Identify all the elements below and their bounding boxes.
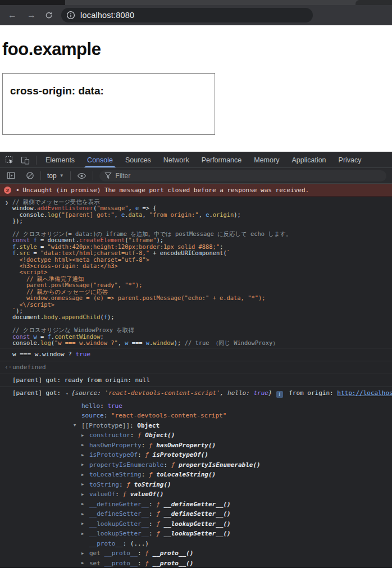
tab-memory[interactable]: Memory (248, 152, 285, 168)
disclosure-triangle[interactable]: ▶ (81, 502, 89, 506)
token: hasOwnProperty (89, 442, 142, 449)
token: ƒ (156, 530, 163, 537)
token: origin (213, 211, 234, 218)
disclosure-triangle[interactable]: ▶ (81, 462, 89, 467)
token: : (123, 540, 130, 547)
token: ); (174, 339, 185, 346)
disclosure-triangle[interactable]: ▶ (81, 433, 89, 438)
token: ƒ (156, 520, 163, 528)
code-line: }); (12, 218, 390, 224)
tab-network[interactable]: Network (157, 152, 195, 168)
token: hello (227, 389, 246, 397)
token: propertyIsEnumerable() (179, 461, 261, 469)
reload-icon (44, 11, 53, 20)
token: ƒ (126, 481, 134, 488)
tree-row: ▶toLocaleString: ƒ toLocaleString() (0, 470, 392, 480)
sidebar-panel-icon (7, 171, 15, 180)
code-line: <\/script> (12, 302, 390, 308)
token: : (100, 402, 107, 410)
url-text[interactable]: localhost:8080 (80, 11, 134, 20)
token: contentWindow (54, 333, 100, 340)
tab-elements[interactable]: Elements (39, 152, 81, 168)
token: = (30, 249, 40, 256)
disclosure-triangle[interactable]: ▶ (81, 453, 89, 457)
forward-button[interactable]: → (22, 11, 41, 20)
filter-input[interactable]: Filter (99, 170, 386, 181)
token: toString() (134, 481, 171, 488)
token: ); (16, 307, 23, 314)
token: true (107, 402, 122, 410)
disclosure-triangle[interactable]: ▶ (81, 521, 89, 526)
token: __proto__() (153, 560, 194, 567)
token: window. (12, 205, 37, 211)
token: true (76, 351, 91, 358)
token: ; (220, 243, 223, 250)
disclosure-triangle[interactable]: ▶ (81, 482, 89, 487)
code-line: document.body.appendChild(f); (12, 314, 390, 320)
tab-sources[interactable]: Sources (119, 152, 157, 168)
tab-performance[interactable]: Performance (195, 152, 248, 168)
token: ƒ (149, 442, 156, 449)
token: ƒ (123, 491, 130, 498)
console-error-row[interactable]: 2 ▶ Uncaught (in promise) The message po… (0, 184, 392, 197)
console-return-row: ‹· undefined (0, 361, 392, 374)
collapse-triangle[interactable]: ▾ (61, 391, 71, 396)
clear-console-button[interactable] (22, 171, 38, 180)
console-log-row: [parent] got: ready from origin: null (0, 374, 392, 387)
tab-application[interactable]: Application (285, 152, 332, 168)
tab-console[interactable]: Console (81, 152, 119, 168)
token: const (12, 333, 30, 340)
token: <\/script> (12, 301, 54, 308)
context-selector[interactable]: top ▼ (44, 172, 67, 180)
device-toolbar-button[interactable] (17, 156, 33, 165)
tab-privacy[interactable]: Privacy (332, 152, 368, 168)
disclosure-triangle[interactable]: ▶ (81, 512, 89, 516)
token: : (104, 412, 111, 419)
divider (93, 171, 93, 180)
devtools-tab-bar: ElementsConsoleSourcesNetworkPerformance… (0, 152, 392, 168)
reload-button[interactable] (44, 11, 53, 20)
token: set (89, 560, 104, 567)
back-button[interactable]: ← (3, 11, 22, 20)
token: ; (100, 333, 103, 340)
token: isPrototypeOf() (153, 451, 208, 458)
divider (40, 171, 41, 180)
site-info-icon[interactable] (66, 11, 75, 20)
disclosure-triangle[interactable]: ▶ (81, 473, 89, 477)
disclosure-triangle[interactable]: ▶ (81, 532, 89, 536)
origin-link[interactable]: http://localhost:8080 (337, 389, 392, 397)
token: __lookupGetter__ (89, 520, 149, 528)
token: ƒ (156, 501, 163, 508)
tree-row: hello: true (0, 401, 392, 411)
token: appendChild (62, 314, 101, 320)
disclosure-triangle[interactable]: ▼ (74, 423, 81, 428)
token: ƒ (149, 471, 156, 478)
tree-row: ▶constructor: ƒ Object() (0, 430, 392, 441)
disclosure-triangle[interactable]: ▶ (81, 551, 89, 556)
return-value: undefined (12, 364, 46, 371)
address-bar[interactable]: localhost:8080 (61, 8, 313, 22)
browser-tab[interactable] (0, 0, 65, 5)
live-expression-button[interactable] (74, 172, 90, 180)
tree-row: ▶get __proto__: ƒ __proto__() (0, 548, 392, 559)
token: : (149, 510, 156, 517)
token: ƒ (145, 550, 152, 557)
expand-triangle-icon[interactable]: ▶ (17, 188, 19, 192)
token: log (48, 211, 58, 218)
token: parent.postMessage("ready", "*"); (12, 282, 142, 288)
inspect-element-button[interactable] (2, 156, 17, 165)
token: hasOwnProperty() (156, 442, 216, 449)
disclosure-triangle[interactable]: ▶ (81, 443, 89, 447)
disclosure-triangle[interactable]: ▶ (81, 561, 89, 565)
console-sidebar-button[interactable] (3, 171, 19, 180)
tree-row: ▶isPrototypeOf: ƒ isPrototypeOf() (0, 450, 392, 460)
browser-tab-edge (355, 0, 392, 5)
info-badge[interactable]: i (276, 391, 283, 398)
disclosure-triangle[interactable]: ▶ (81, 492, 89, 497)
divider (70, 171, 71, 180)
token: "width:420px;height:120px;border:1px sol… (48, 243, 220, 250)
token: : (115, 491, 122, 498)
token: propertyIsEnumerable (89, 461, 163, 469)
code-line: console.log("w === w.window ?", w === w.… (12, 340, 390, 346)
token: = document. (37, 237, 79, 243)
